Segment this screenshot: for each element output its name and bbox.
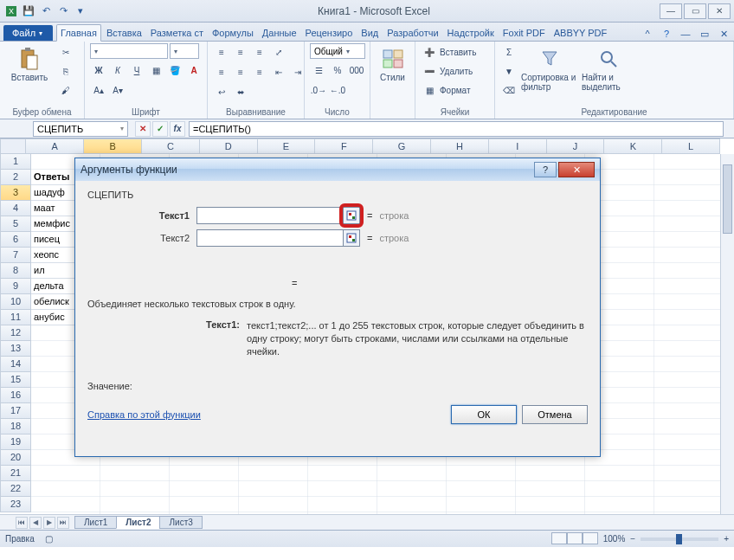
tab-formulas[interactable]: Формулы <box>209 25 257 41</box>
dialog-titlebar[interactable]: Аргументы функции ? ✕ <box>75 158 600 181</box>
redo-icon[interactable]: ↷ <box>55 3 71 19</box>
underline-icon[interactable]: Ч <box>128 61 145 79</box>
align-left-icon[interactable]: ≡ <box>213 63 230 80</box>
help-icon[interactable]: ? <box>660 27 673 41</box>
save-icon[interactable]: 💾 <box>21 3 36 19</box>
align-top-icon[interactable]: ≡ <box>213 43 230 61</box>
col-k[interactable]: K <box>604 138 662 154</box>
tab-abbyy[interactable]: ABBYY PDF <box>550 25 611 41</box>
format-painter-icon[interactable]: 🖌 <box>57 81 74 99</box>
view-layout-icon[interactable] <box>567 532 583 544</box>
col-l[interactable]: L <box>662 138 720 154</box>
row-21[interactable]: 21 <box>0 466 31 481</box>
row-9[interactable]: 9 <box>0 279 31 294</box>
merge-icon[interactable]: ⬌ <box>232 83 249 100</box>
sheet-nav-prev-icon[interactable]: ◀ <box>29 517 42 529</box>
orientation-icon[interactable]: ⤢ <box>270 43 287 61</box>
font-color-icon[interactable]: A <box>185 61 203 79</box>
number-format-combo[interactable]: Общий <box>310 43 365 59</box>
col-h[interactable]: H <box>431 138 489 154</box>
tab-data[interactable]: Данные <box>259 25 300 41</box>
row-4[interactable]: 4 <box>0 201 31 216</box>
paste-button[interactable]: Вставить <box>5 43 54 82</box>
tab-developer[interactable]: Разработчи <box>383 25 441 41</box>
percent-icon[interactable]: % <box>329 61 346 79</box>
tab-addins[interactable]: Надстройк <box>444 25 498 41</box>
zoom-slider[interactable] <box>641 537 718 541</box>
row-16[interactable]: 16 <box>0 388 31 403</box>
row-10[interactable]: 10 <box>0 294 31 310</box>
col-e[interactable]: E <box>258 138 316 154</box>
row-19[interactable]: 19 <box>0 434 31 450</box>
doc-minimize-icon[interactable]: — <box>679 27 692 41</box>
col-g[interactable]: G <box>373 138 431 154</box>
dialog-close-button[interactable]: ✕ <box>558 162 595 177</box>
row-5[interactable]: 5 <box>0 216 31 232</box>
arg2-input[interactable] <box>196 229 344 247</box>
row-12[interactable]: 12 <box>0 325 31 341</box>
insert-cells-icon[interactable]: ➕ <box>421 43 438 61</box>
arg1-range-select-button[interactable] <box>343 207 360 224</box>
col-c[interactable]: C <box>142 138 200 154</box>
doc-close-icon[interactable]: ✕ <box>717 27 731 41</box>
formula-accept-icon[interactable]: ✓ <box>152 121 168 137</box>
macro-record-icon[interactable]: ▢ <box>45 534 53 544</box>
zoom-in-icon[interactable]: + <box>724 534 729 544</box>
clear-icon[interactable]: ⌫ <box>500 81 518 99</box>
indent-inc-icon[interactable]: ⇥ <box>289 63 306 80</box>
comma-icon[interactable]: 000 <box>348 61 365 79</box>
ribbon-minimize-icon[interactable]: ^ <box>641 27 654 41</box>
col-j[interactable]: J <box>547 138 605 154</box>
row-3[interactable]: 3 <box>0 185 31 201</box>
ok-button[interactable]: ОК <box>451 405 517 424</box>
tab-foxit[interactable]: Foxit PDF <box>499 25 549 41</box>
row-22[interactable]: 22 <box>0 481 31 497</box>
view-normal-icon[interactable] <box>551 532 567 544</box>
row-1[interactable]: 1 <box>0 154 31 170</box>
close-button[interactable]: ✕ <box>708 3 731 19</box>
formula-input[interactable]: =СЦЕПИТЬ() <box>189 121 724 137</box>
minimize-button[interactable]: — <box>660 3 682 19</box>
name-box[interactable]: СЦЕПИТЬ <box>33 121 128 137</box>
undo-icon[interactable]: ↶ <box>38 3 54 19</box>
dialog-help-button[interactable]: ? <box>534 162 557 177</box>
bold-icon[interactable]: Ж <box>90 61 107 79</box>
sheet-nav-first-icon[interactable]: ⏮ <box>16 517 28 529</box>
inc-decimal-icon[interactable]: .0→ <box>310 81 327 99</box>
align-bottom-icon[interactable]: ≡ <box>251 43 268 61</box>
row-15[interactable]: 15 <box>0 372 31 388</box>
row-17[interactable]: 17 <box>0 403 31 419</box>
insert-cells-label[interactable]: Вставить <box>440 48 476 57</box>
fill-icon[interactable]: ▼ <box>500 62 518 80</box>
increase-font-icon[interactable]: A▴ <box>90 81 107 99</box>
row-18[interactable]: 18 <box>0 419 31 434</box>
scrollbar-thumb[interactable] <box>723 164 732 234</box>
select-all-corner[interactable] <box>0 138 26 154</box>
align-right-icon[interactable]: ≡ <box>251 63 268 80</box>
row-8[interactable]: 8 <box>0 263 31 279</box>
delete-cells-label[interactable]: Удалить <box>440 67 473 76</box>
copy-icon[interactable]: ⎘ <box>57 62 74 80</box>
col-d[interactable]: D <box>200 138 258 154</box>
col-a[interactable]: A <box>26 138 84 154</box>
autosum-icon[interactable]: Σ <box>500 43 518 61</box>
fx-icon[interactable]: fx <box>170 121 185 137</box>
col-f[interactable]: F <box>315 138 373 154</box>
currency-icon[interactable]: ☰ <box>310 61 327 79</box>
row-23[interactable]: 23 <box>0 497 31 512</box>
indent-dec-icon[interactable]: ⇤ <box>270 63 287 80</box>
dialog-help-link[interactable]: Справка по этой функции <box>87 409 201 420</box>
tab-view[interactable]: Вид <box>357 25 382 41</box>
sheet-tab-2[interactable]: Лист2 <box>116 516 160 529</box>
row-7[interactable]: 7 <box>0 248 31 263</box>
row-13[interactable]: 13 <box>0 341 31 357</box>
italic-icon[interactable]: К <box>109 61 126 79</box>
row-2[interactable]: 2 <box>0 170 31 185</box>
align-center-icon[interactable]: ≡ <box>232 63 249 80</box>
vertical-scrollbar[interactable] <box>720 154 734 514</box>
col-b[interactable]: B <box>84 138 142 154</box>
delete-cells-icon[interactable]: ➖ <box>421 62 438 80</box>
sheet-nav-last-icon[interactable]: ⏭ <box>57 517 69 529</box>
fill-color-icon[interactable]: 🪣 <box>166 61 184 79</box>
format-cells-label[interactable]: Формат <box>440 86 471 95</box>
